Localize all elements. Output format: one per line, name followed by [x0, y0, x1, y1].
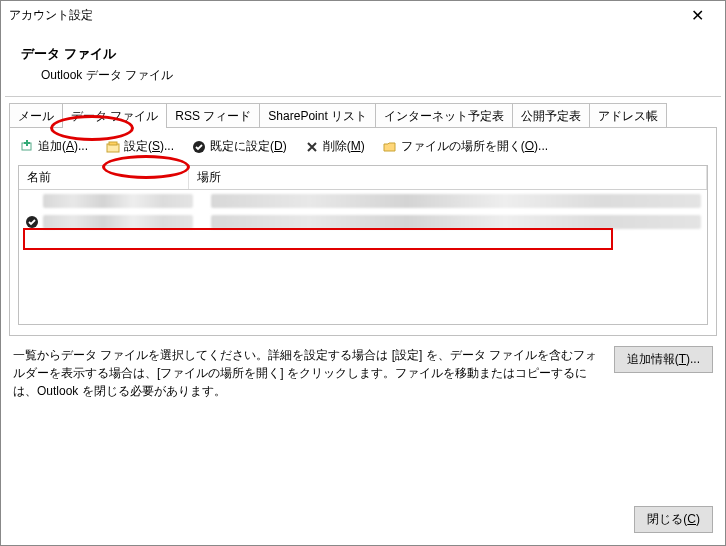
table-row[interactable] — [19, 190, 707, 211]
settings-icon — [106, 140, 120, 154]
tab-internet-cal[interactable]: インターネット予定表 — [375, 103, 513, 128]
svg-rect-4 — [109, 142, 117, 145]
add-button[interactable]: 追加(A)... — [16, 136, 92, 157]
window-title: アカウント設定 — [9, 7, 677, 24]
remove-button[interactable]: 削除(M) — [301, 136, 369, 157]
more-info-button[interactable]: 追加情報(T)... — [614, 346, 713, 373]
data-file-list[interactable]: 名前 場所 — [18, 165, 708, 325]
footer-help-text: 一覧からデータ ファイルを選択してください。詳細を設定する場合は [設定] を、… — [13, 346, 604, 400]
redacted-location — [211, 194, 701, 208]
open-location-button[interactable]: ファイルの場所を開く(O)... — [379, 136, 552, 157]
remove-icon — [305, 140, 319, 154]
tab-published-cal[interactable]: 公開予定表 — [512, 103, 590, 128]
add-icon — [20, 140, 34, 154]
settings-button[interactable]: 設定(S)... — [102, 136, 178, 157]
tab-data-files[interactable]: データ ファイル — [62, 103, 167, 128]
set-default-button[interactable]: 既定に設定(D) — [188, 136, 291, 157]
tab-sharepoint[interactable]: SharePoint リスト — [259, 103, 376, 128]
close-icon[interactable]: ✕ — [677, 1, 717, 31]
folder-icon — [383, 140, 397, 154]
page-subtitle: Outlook データ ファイル — [41, 67, 705, 84]
check-icon — [192, 140, 206, 154]
redacted-name — [43, 215, 193, 229]
close-button[interactable]: 閉じる(C) — [634, 506, 713, 533]
col-name[interactable]: 名前 — [19, 166, 189, 189]
page-title: データ ファイル — [21, 45, 705, 63]
toolbar: 追加(A)... 設定(S)... 既定に設定(D) 削除(M) — [10, 128, 716, 163]
tab-addressbook[interactable]: アドレス帳 — [589, 103, 667, 128]
redacted-location — [211, 215, 701, 229]
svg-rect-2 — [24, 142, 30, 144]
list-header: 名前 場所 — [19, 166, 707, 190]
default-check-icon — [25, 215, 39, 229]
divider — [5, 96, 721, 97]
tab-mail[interactable]: メール — [9, 103, 63, 128]
col-location[interactable]: 場所 — [189, 166, 707, 189]
table-row[interactable] — [19, 211, 707, 232]
redacted-name — [43, 194, 193, 208]
tab-rss[interactable]: RSS フィード — [166, 103, 260, 128]
tabstrip: メール データ ファイル RSS フィード SharePoint リスト インタ… — [1, 103, 725, 128]
